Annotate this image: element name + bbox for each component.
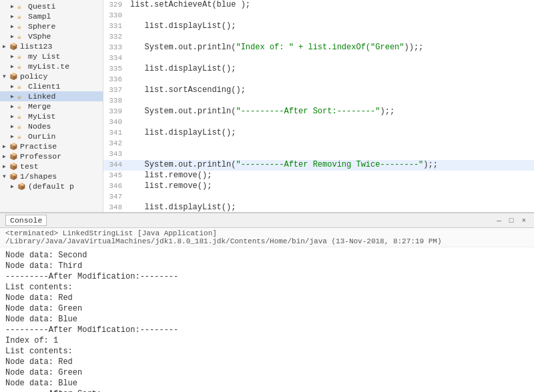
tree-arrow-sampl: ▶ [11, 13, 17, 19]
line-content-337[interactable]: list.sortAscending(); [127, 85, 534, 95]
line-content-333[interactable]: System.out.println("Index of: " + list.i… [127, 43, 534, 52]
tree-label-shapes: 1/shapes [20, 172, 57, 181]
console-header: Console — □ × [0, 213, 534, 228]
line-content-345[interactable]: list.remove(); [127, 171, 534, 180]
line-content-346[interactable]: list.remove(); [127, 181, 534, 191]
tree-label-mylist2: MyList [28, 112, 55, 121]
code-line-332: 332 [103, 32, 534, 43]
line-number-345: 345 [103, 171, 127, 179]
tree-arrow-vsphere: ▶ [11, 33, 17, 39]
tree-item-ourlin[interactable]: ▶☕OurLin [0, 131, 103, 141]
line-number-343: 343 [103, 149, 127, 158]
tree-item-sampl[interactable]: ▶☕Sampl [0, 11, 103, 21]
tree-label-vsphere: VSphe [28, 32, 51, 41]
line-number-340: 340 [103, 117, 127, 126]
tree-item-questi[interactable]: ▶☕Questi [0, 1, 103, 11]
tree-item-policy[interactable]: ▼📦policy [0, 71, 103, 81]
line-content-335[interactable]: list.displayList(); [127, 64, 534, 73]
tree-arrow-questi: ▶ [11, 3, 17, 9]
line-content-344[interactable]: System.out.println("---------After Remov… [127, 160, 534, 169]
main-container: ▶☕Questi▶☕Sampl▶☕Sphere▶☕VSphe▶📦list123▶… [0, 0, 534, 392]
tree-item-mylistte[interactable]: ▶☕myList.te [0, 61, 103, 71]
tree-item-shapes[interactable]: ▼📦1/shapes [0, 171, 103, 181]
line-number-333: 333 [103, 43, 127, 51]
tree-icon-mylist2: ☕ [17, 113, 27, 121]
console-line: Node data: Blue [5, 314, 529, 325]
code-line-340: 340 [103, 117, 534, 128]
code-line-343: 343 [103, 149, 534, 160]
tree-icon-mylist: ☕ [17, 53, 27, 61]
console-tab[interactable]: Console [5, 215, 47, 226]
tree-item-merge[interactable]: ▶☕Merge [0, 101, 103, 111]
tree-label-nodes: Nodes [28, 122, 51, 131]
tree-arrow-merge: ▶ [11, 103, 17, 109]
tree-arrow-client1: ▶ [11, 83, 17, 89]
tree-arrow-mylistte: ▶ [11, 63, 17, 69]
close-console-button[interactable]: × [519, 217, 529, 225]
max-console-button[interactable]: □ [507, 217, 517, 225]
code-editor[interactable]: 329list.setAchieveAt(blue );330331 list.… [103, 0, 534, 212]
tree-item-mylist2[interactable]: ▶☕MyList [0, 111, 103, 121]
tree-icon-merge: ☕ [17, 103, 27, 111]
tree-item-list123[interactable]: ▶📦list123 [0, 41, 103, 51]
code-line-337: 337 list.sortAscending(); [103, 85, 534, 96]
line-number-348: 348 [103, 203, 127, 211]
minimize-console-button[interactable]: — [494, 217, 504, 225]
tree-label-mylist: my List [28, 52, 60, 61]
console-line: Node data: Green [5, 367, 529, 378]
console-line: Node data: Second [5, 250, 529, 261]
tree-label-profess: Professor [20, 152, 61, 161]
tree-item-client1[interactable]: ▶☕Client1 [0, 81, 103, 91]
line-number-335: 335 [103, 64, 127, 73]
code-line-345: 345 list.remove(); [103, 171, 534, 181]
tree-arrow-linked: ▶ [11, 93, 17, 99]
tree-arrow-practise: ▶ [3, 143, 9, 149]
code-line-346: 346 list.remove(); [103, 181, 534, 192]
tree-label-ourlin: OurLin [28, 132, 55, 141]
tree-label-client1: Client1 [28, 82, 60, 91]
line-number-346: 346 [103, 181, 127, 190]
code-line-341: 341 list.displayList(); [103, 128, 534, 139]
line-content-341[interactable]: list.displayList(); [127, 128, 534, 137]
console-line: ---------After Modification:-------- [5, 271, 529, 282]
tree-icon-questi: ☕ [17, 3, 27, 11]
tree-arrow-nodes: ▶ [11, 123, 17, 129]
line-number-337: 337 [103, 85, 127, 94]
console-line: ---------After Modification:-------- [5, 325, 529, 335]
line-content-331[interactable]: list.displayList(); [127, 21, 534, 31]
console-line: List contents: [5, 346, 529, 357]
line-number-331: 331 [103, 21, 127, 30]
code-line-330: 330 [103, 11, 534, 21]
line-content-339[interactable]: System.out.println("---------After Sort:… [127, 107, 534, 116]
tree-icon-shapes: 📦 [9, 173, 19, 181]
console-line: ---------After Sort:--------- [5, 389, 529, 392]
editor-area: ▶☕Questi▶☕Sampl▶☕Sphere▶☕VSphe▶📦list123▶… [0, 0, 534, 212]
file-tree[interactable]: ▶☕Questi▶☕Sampl▶☕Sphere▶☕VSphe▶📦list123▶… [0, 0, 103, 212]
tree-arrow-profess: ▶ [3, 153, 9, 159]
tree-icon-client1: ☕ [17, 83, 27, 91]
console-line: Node data: Red [5, 293, 529, 303]
tree-item-default[interactable]: ▶📦(default p [0, 181, 103, 191]
tree-item-vsphere[interactable]: ▶☕VSphe [0, 31, 103, 41]
line-content-329[interactable]: list.setAchieveAt(blue ); [127, 0, 534, 9]
tree-item-practise[interactable]: ▶📦Practise [0, 141, 103, 151]
code-line-331: 331 list.displayList(); [103, 21, 534, 32]
tree-arrow-ourlin: ▶ [11, 133, 17, 139]
tree-arrow-default: ▶ [11, 183, 17, 189]
tree-item-sphere[interactable]: ▶☕Sphere [0, 21, 103, 31]
console-area: Console — □ × <terminated> LinkedStringL… [0, 212, 534, 392]
console-line: Index of: 1 [5, 335, 529, 346]
line-content-348[interactable]: list.displayList(); [127, 203, 534, 212]
tree-arrow-mylist: ▶ [11, 53, 17, 59]
tree-item-linked[interactable]: ▶☕Linked [0, 91, 103, 101]
tree-arrow-shapes: ▼ [3, 173, 9, 179]
tree-item-test[interactable]: ▶📦test [0, 161, 103, 171]
tree-arrow-policy: ▼ [3, 73, 9, 79]
line-number-338: 338 [103, 96, 127, 105]
tree-item-profess[interactable]: ▶📦Professor [0, 151, 103, 161]
tree-item-nodes[interactable]: ▶☕Nodes [0, 121, 103, 131]
tree-item-mylist[interactable]: ▶☕my List [0, 51, 103, 61]
tree-label-mylistte: myList.te [28, 62, 69, 71]
console-line: Node data: Green [5, 303, 529, 314]
code-line-347: 347 [103, 192, 534, 203]
